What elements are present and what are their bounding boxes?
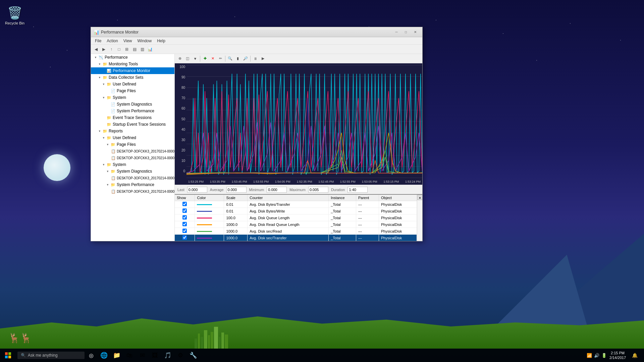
row-object: PhysicalDisk — [379, 235, 417, 241]
chart-add-btn[interactable]: ✚ — [201, 55, 209, 62]
chart-play-btn[interactable]: ▶ — [259, 55, 267, 62]
start-button[interactable] — [0, 349, 16, 362]
tree-item-desktop-sp-2[interactable]: 📋 DESKTOP-3OFCKK3_20170214-000002 — [91, 188, 174, 195]
tree-item-event-trace[interactable]: 📁 Event Trace Sessions — [91, 114, 174, 121]
tree-item-rpt-system[interactable]: ▼ 📁 System — [91, 161, 174, 168]
minimize-button[interactable]: ─ — [392, 29, 401, 36]
toolbar-back[interactable]: ◀ — [92, 46, 100, 53]
cortana-button[interactable]: ◎ — [86, 350, 97, 361]
network-icon: 📶 — [587, 353, 592, 358]
table-row[interactable]: 100.0 Avg. Disk Queue Length _Total --- … — [175, 215, 417, 221]
table-scroll-content[interactable]: Show Color Scale Counter Instance Parent… — [175, 195, 417, 241]
tree-label: DESKTOP-3OFCKK3_20170214-000001 — [117, 176, 175, 180]
tree-item-reports[interactable]: ▼ 📁 Reports — [91, 128, 174, 134]
col-parent: Parent — [356, 195, 379, 201]
maximum-label: Maximum — [289, 188, 306, 192]
tree-item-sys-diag-1[interactable]: 📄 System Diagnostics — [91, 101, 174, 108]
folder-icon: 📁 — [102, 128, 108, 134]
maximize-button[interactable]: □ — [401, 29, 410, 36]
menu-action[interactable]: Action — [104, 38, 120, 44]
table-vertical-scrollbar[interactable]: ▲ ▼ — [417, 195, 422, 241]
chart-remove-btn[interactable]: ✕ — [209, 55, 216, 62]
maximum-value[interactable] — [308, 187, 328, 193]
toolbar-view2[interactable]: ⊞ — [123, 46, 130, 53]
taskbar-clock[interactable]: 2:15 PM 2/14/2017 — [609, 351, 626, 360]
tree-item-rpt-sys-perf[interactable]: ▼ 📁 System Performance — [91, 181, 174, 188]
last-value[interactable] — [187, 187, 207, 193]
recycle-bin-icon[interactable]: 🗑️ Recycle Bin — [3, 3, 26, 27]
menu-view[interactable]: View — [121, 38, 135, 44]
expand-icon: ▼ — [102, 82, 106, 86]
table-row[interactable]: 1000.0 Avg. Disk Read Queue Length _Tota… — [175, 221, 417, 228]
toolbar-view4[interactable]: ▥ — [139, 46, 146, 53]
toolbar-chart[interactable]: 📊 — [146, 46, 154, 53]
chart-view-btn[interactable]: ◫ — [184, 55, 191, 62]
table-row[interactable]: 1000.0 Avg. Disk sec/Read _Total --- Phy… — [175, 228, 417, 235]
tree-item-performance[interactable]: ▼ 📉 Performance — [91, 54, 174, 61]
toolbar-view3[interactable]: ▤ — [131, 46, 138, 53]
tree-item-perf-monitor[interactable]: 📊 Performance Monitor — [91, 67, 174, 74]
menu-help[interactable]: Help — [154, 38, 168, 44]
tree-item-user-defined-1[interactable]: ▼ 📁 User Defined — [91, 81, 174, 87]
chart-pause-btn[interactable]: ⏸ — [252, 55, 259, 62]
average-value[interactable] — [226, 187, 247, 193]
row-scale: 0.01 — [224, 201, 248, 208]
tree-item-page-files-1[interactable]: 📄 Page Files — [91, 87, 174, 94]
tree-item-startup-trace[interactable]: 📁 Startup Event Trace Sessions — [91, 121, 174, 128]
monitor-icon: 📊 — [106, 68, 112, 73]
minimum-value[interactable] — [267, 187, 287, 193]
taskbar-icon-photos[interactable]: 🖼 — [149, 349, 161, 361]
tree-item-system-1[interactable]: ▼ 📁 System — [91, 94, 174, 101]
taskbar-icon-edge[interactable]: 🌐 — [98, 349, 110, 361]
table-row-selected[interactable]: 1000.0 Avg. Disk sec/Transfer _Total ---… — [175, 235, 417, 241]
chart-freeze-btn[interactable]: ⊕ — [176, 55, 183, 62]
expand-icon: ▼ — [102, 96, 106, 100]
tree-item-sys-perf-1[interactable]: 📄 System Performance — [91, 108, 174, 114]
row-instance: _Total — [329, 228, 356, 235]
tree-item-monitoring-tools[interactable]: ▼ 📁 Monitoring Tools — [91, 61, 174, 67]
table-row[interactable]: 0.01 Avg. Disk Bytes/Transfer _Total ---… — [175, 201, 417, 208]
chart-dropdown-btn[interactable]: ▼ — [192, 55, 199, 62]
taskbar-icon-settings[interactable]: ⚙ — [174, 349, 186, 361]
duration-value[interactable] — [347, 187, 368, 193]
table-row[interactable]: 0.01 Avg. Disk Bytes/Write _Total --- Ph… — [175, 208, 417, 215]
svg-rect-1 — [8, 352, 11, 355]
close-button[interactable]: ✕ — [411, 29, 420, 36]
menu-bar: File Action View Window Help — [91, 37, 422, 45]
toolbar-up[interactable]: ↑ — [108, 46, 115, 53]
row-show — [175, 228, 195, 235]
notification-center-button[interactable]: 🔔 — [629, 349, 641, 361]
taskbar-search-box[interactable]: 🔍 Ask me anything — [17, 352, 85, 359]
menu-file[interactable]: File — [92, 38, 104, 44]
expand-icon — [102, 122, 106, 126]
toolbar-view1[interactable]: □ — [115, 46, 123, 53]
performance-monitor-window: 📊 Performance Monitor ─ □ ✕ File Action … — [91, 27, 423, 241]
tree-item-rpt-user-defined[interactable]: ▼ 📁 User Defined — [91, 134, 174, 141]
stats-bar: Last Average Minimum Maximum Duration — [175, 185, 422, 194]
row-show — [175, 221, 195, 228]
menu-window[interactable]: Window — [135, 38, 155, 44]
taskbar-icon-mail[interactable]: ✉ — [136, 349, 148, 361]
tree-item-desktop-sd-1[interactable]: 📋 DESKTOP-3OFCKK3_20170214-000001 — [91, 175, 174, 181]
row-color — [195, 228, 224, 235]
tree-item-desktop-pf-1[interactable]: 📋 DESKTOP-3OFCKK3_20170214-000001 — [91, 148, 174, 155]
taskbar-icon-store[interactable]: 🛍 — [123, 349, 136, 361]
tree-item-dcs[interactable]: ▼ 📁 Data Collector Sets — [91, 74, 174, 81]
x-axis: 1:53:25 PM 1:53:35 PM 1:53:45 PM 1:53:55… — [186, 179, 422, 185]
chart-bar-btn[interactable]: ▮ — [234, 55, 241, 62]
row-color — [195, 201, 224, 208]
tree-item-desktop-pf-3[interactable]: 📋 DESKTOP-3OFCKK3_20170214-000003 — [91, 155, 174, 161]
tree-item-rpt-page-files[interactable]: ▼ 📁 Page Files — [91, 141, 174, 148]
taskbar-icon-extra[interactable]: 🔧 — [187, 349, 199, 361]
toolbar-separator-2 — [225, 56, 225, 62]
scroll-up-btn[interactable]: ▲ — [417, 195, 422, 200]
taskbar-icon-explorer[interactable]: 📁 — [111, 349, 123, 361]
toolbar-forward[interactable]: ▶ — [100, 46, 107, 53]
y-label-40: 40 — [175, 128, 186, 131]
chart-edit-btn[interactable]: ✏ — [217, 55, 224, 62]
taskbar-icon-groove[interactable]: 🎵 — [162, 349, 174, 361]
chart-highlight-btn[interactable]: 🔍 — [226, 55, 234, 62]
folder-icon: 📁 — [102, 75, 108, 80]
chart-report-btn[interactable]: 🔎 — [242, 55, 249, 62]
tree-item-rpt-sys-diag[interactable]: ▼ 📁 System Diagnostics — [91, 168, 174, 175]
